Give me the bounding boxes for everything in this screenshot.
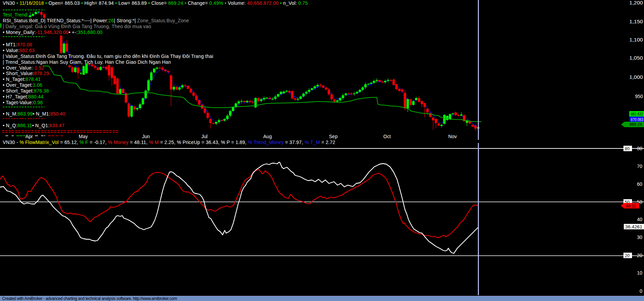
- svg-text:870.083: 870.083: [631, 117, 643, 122]
- svg-text:80: 80: [625, 146, 630, 151]
- svg-text:Sep: Sep: [329, 134, 338, 139]
- svg-text:48.11: 48.11: [626, 204, 636, 208]
- svg-text:36.4261: 36.4261: [625, 225, 642, 229]
- svg-text:Oct: Oct: [383, 134, 391, 139]
- svg-text:Apr: Apr: [25, 134, 33, 139]
- svg-text:950: 950: [635, 94, 643, 99]
- svg-text:70: 70: [637, 164, 642, 169]
- svg-text:Jul: Jul: [201, 134, 208, 139]
- svg-text:40: 40: [637, 217, 642, 222]
- svg-text:882.632: 882.632: [631, 112, 643, 117]
- svg-text:Aug: Aug: [263, 134, 272, 139]
- svg-text:20: 20: [625, 253, 630, 258]
- svg-text:20: 20: [637, 253, 642, 258]
- svg-text:869.24: 869.24: [630, 122, 642, 127]
- svg-text:60: 60: [637, 181, 642, 187]
- svg-text:1,100: 1,100: [629, 37, 643, 43]
- svg-text:80: 80: [637, 146, 642, 151]
- svg-text:May: May: [79, 134, 88, 139]
- svg-text:Nov: Nov: [448, 134, 457, 139]
- svg-text:30: 30: [637, 234, 642, 240]
- svg-text:1,150: 1,150: [629, 19, 643, 24]
- svg-text:1,050: 1,050: [629, 55, 643, 61]
- svg-text:Jun: Jun: [142, 134, 150, 139]
- svg-text:10: 10: [637, 270, 642, 276]
- svg-text:0: 0: [640, 288, 642, 294]
- svg-text:1,000: 1,000: [629, 74, 643, 80]
- svg-text:1,200: 1,200: [629, 0, 643, 5]
